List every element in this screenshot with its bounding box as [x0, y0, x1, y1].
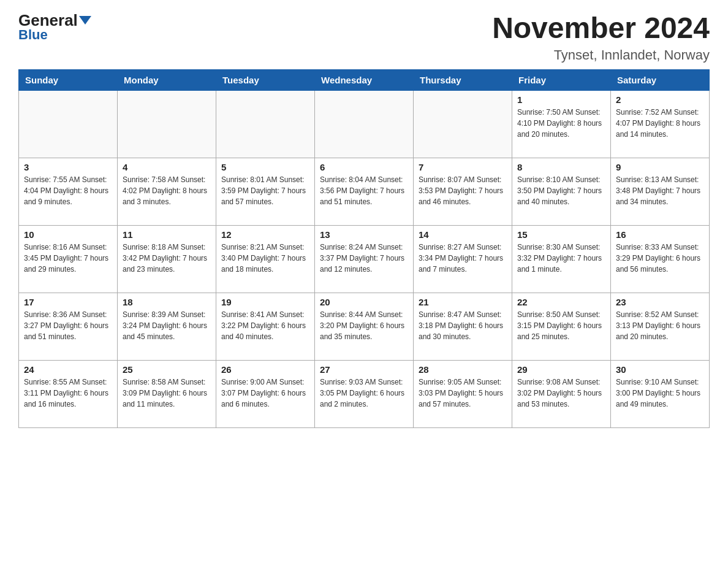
calendar-cell: [118, 90, 216, 158]
calendar-cell: 16Sunrise: 8:33 AM Sunset: 3:29 PM Dayli…: [611, 225, 710, 293]
day-number: 6: [320, 162, 408, 172]
logo-blue: Blue: [18, 27, 48, 43]
day-info: Sunrise: 9:03 AM Sunset: 3:05 PM Dayligh…: [320, 377, 408, 410]
day-info: Sunrise: 8:41 AM Sunset: 3:22 PM Dayligh…: [221, 309, 309, 342]
day-info: Sunrise: 7:50 AM Sunset: 4:10 PM Dayligh…: [517, 107, 605, 140]
logo-area: General Blue: [18, 12, 91, 43]
day-info: Sunrise: 7:55 AM Sunset: 4:04 PM Dayligh…: [24, 174, 112, 207]
calendar-cell: 28Sunrise: 9:05 AM Sunset: 3:03 PM Dayli…: [414, 360, 512, 427]
day-info: Sunrise: 8:01 AM Sunset: 3:59 PM Dayligh…: [221, 174, 309, 207]
day-number: 11: [123, 229, 211, 240]
day-info: Sunrise: 8:33 AM Sunset: 3:29 PM Dayligh…: [616, 242, 704, 275]
location-title: Tynset, Innlandet, Norway: [492, 47, 710, 63]
day-info: Sunrise: 8:24 AM Sunset: 3:37 PM Dayligh…: [320, 242, 408, 275]
day-number: 30: [616, 364, 704, 375]
calendar-cell: 3Sunrise: 7:55 AM Sunset: 4:04 PM Daylig…: [19, 158, 118, 225]
calendar-cell: 19Sunrise: 8:41 AM Sunset: 3:22 PM Dayli…: [216, 293, 315, 360]
calendar-table: SundayMondayTuesdayWednesdayThursdayFrid…: [18, 69, 710, 428]
day-number: 5: [221, 162, 309, 172]
calendar-cell: 2Sunrise: 7:52 AM Sunset: 4:07 PM Daylig…: [611, 90, 710, 158]
col-header-tuesday: Tuesday: [216, 69, 315, 90]
day-info: Sunrise: 8:36 AM Sunset: 3:27 PM Dayligh…: [24, 309, 112, 342]
day-number: 9: [616, 162, 704, 172]
day-number: 23: [616, 297, 704, 307]
day-number: 27: [320, 364, 408, 375]
day-info: Sunrise: 7:58 AM Sunset: 4:02 PM Dayligh…: [123, 174, 211, 207]
day-number: 18: [123, 297, 211, 307]
day-info: Sunrise: 8:10 AM Sunset: 3:50 PM Dayligh…: [517, 174, 605, 207]
day-info: Sunrise: 8:16 AM Sunset: 3:45 PM Dayligh…: [24, 242, 112, 275]
day-number: 16: [616, 229, 704, 240]
day-info: Sunrise: 8:21 AM Sunset: 3:40 PM Dayligh…: [221, 242, 309, 275]
calendar-cell: 24Sunrise: 8:55 AM Sunset: 3:11 PM Dayli…: [19, 360, 118, 427]
calendar-cell: 17Sunrise: 8:36 AM Sunset: 3:27 PM Dayli…: [19, 293, 118, 360]
calendar-week-row: 24Sunrise: 8:55 AM Sunset: 3:11 PM Dayli…: [19, 360, 710, 427]
month-title: November 2024: [492, 12, 710, 45]
day-info: Sunrise: 8:52 AM Sunset: 3:13 PM Dayligh…: [616, 309, 704, 342]
calendar-cell: [315, 90, 414, 158]
calendar-cell: 21Sunrise: 8:47 AM Sunset: 3:18 PM Dayli…: [414, 293, 512, 360]
day-info: Sunrise: 8:50 AM Sunset: 3:15 PM Dayligh…: [517, 309, 605, 342]
day-number: 13: [320, 229, 408, 240]
title-area: November 2024 Tynset, Innlandet, Norway: [492, 12, 710, 63]
day-number: 26: [221, 364, 309, 375]
day-info: Sunrise: 8:58 AM Sunset: 3:09 PM Dayligh…: [123, 377, 211, 410]
day-number: 24: [24, 364, 112, 375]
day-info: Sunrise: 9:00 AM Sunset: 3:07 PM Dayligh…: [221, 377, 309, 410]
col-header-sunday: Sunday: [19, 69, 118, 90]
calendar-cell: 30Sunrise: 9:10 AM Sunset: 3:00 PM Dayli…: [611, 360, 710, 427]
calendar-cell: 12Sunrise: 8:21 AM Sunset: 3:40 PM Dayli…: [216, 225, 315, 293]
day-info: Sunrise: 8:30 AM Sunset: 3:32 PM Dayligh…: [517, 242, 605, 275]
day-number: 15: [517, 229, 605, 240]
col-header-wednesday: Wednesday: [315, 69, 414, 90]
day-number: 19: [221, 297, 309, 307]
day-info: Sunrise: 8:44 AM Sunset: 3:20 PM Dayligh…: [320, 309, 408, 342]
calendar-cell: 15Sunrise: 8:30 AM Sunset: 3:32 PM Dayli…: [512, 225, 611, 293]
day-number: 25: [123, 364, 211, 375]
day-info: Sunrise: 8:39 AM Sunset: 3:24 PM Dayligh…: [123, 309, 211, 342]
col-header-friday: Friday: [512, 69, 611, 90]
day-number: 21: [419, 297, 507, 307]
logo-general: General: [18, 12, 91, 28]
day-number: 3: [24, 162, 112, 172]
calendar-cell: 13Sunrise: 8:24 AM Sunset: 3:37 PM Dayli…: [315, 225, 414, 293]
calendar-cell: 7Sunrise: 8:07 AM Sunset: 3:53 PM Daylig…: [414, 158, 512, 225]
calendar-cell: 5Sunrise: 8:01 AM Sunset: 3:59 PM Daylig…: [216, 158, 315, 225]
calendar-cell: [216, 90, 315, 158]
day-info: Sunrise: 8:07 AM Sunset: 3:53 PM Dayligh…: [419, 174, 507, 207]
calendar-cell: 27Sunrise: 9:03 AM Sunset: 3:05 PM Dayli…: [315, 360, 414, 427]
calendar-cell: [19, 90, 118, 158]
day-number: 12: [221, 229, 309, 240]
calendar-week-row: 3Sunrise: 7:55 AM Sunset: 4:04 PM Daylig…: [19, 158, 710, 225]
calendar-cell: 14Sunrise: 8:27 AM Sunset: 3:34 PM Dayli…: [414, 225, 512, 293]
calendar-cell: 9Sunrise: 8:13 AM Sunset: 3:48 PM Daylig…: [611, 158, 710, 225]
day-info: Sunrise: 7:52 AM Sunset: 4:07 PM Dayligh…: [616, 107, 704, 140]
day-number: 1: [517, 94, 605, 105]
col-header-saturday: Saturday: [611, 69, 710, 90]
calendar-cell: 1Sunrise: 7:50 AM Sunset: 4:10 PM Daylig…: [512, 90, 611, 158]
day-number: 2: [616, 94, 704, 105]
day-info: Sunrise: 8:13 AM Sunset: 3:48 PM Dayligh…: [616, 174, 704, 207]
calendar-cell: 29Sunrise: 9:08 AM Sunset: 3:02 PM Dayli…: [512, 360, 611, 427]
col-header-monday: Monday: [118, 69, 216, 90]
day-number: 14: [419, 229, 507, 240]
day-number: 20: [320, 297, 408, 307]
day-info: Sunrise: 8:04 AM Sunset: 3:56 PM Dayligh…: [320, 174, 408, 207]
calendar-cell: 26Sunrise: 9:00 AM Sunset: 3:07 PM Dayli…: [216, 360, 315, 427]
calendar-week-row: 10Sunrise: 8:16 AM Sunset: 3:45 PM Dayli…: [19, 225, 710, 293]
day-info: Sunrise: 8:55 AM Sunset: 3:11 PM Dayligh…: [24, 377, 112, 410]
calendar-cell: 18Sunrise: 8:39 AM Sunset: 3:24 PM Dayli…: [118, 293, 216, 360]
calendar-cell: 10Sunrise: 8:16 AM Sunset: 3:45 PM Dayli…: [19, 225, 118, 293]
calendar-cell: [414, 90, 512, 158]
day-info: Sunrise: 8:27 AM Sunset: 3:34 PM Dayligh…: [419, 242, 507, 275]
calendar-cell: 22Sunrise: 8:50 AM Sunset: 3:15 PM Dayli…: [512, 293, 611, 360]
day-info: Sunrise: 9:10 AM Sunset: 3:00 PM Dayligh…: [616, 377, 704, 410]
calendar-week-row: 1Sunrise: 7:50 AM Sunset: 4:10 PM Daylig…: [19, 90, 710, 158]
day-number: 28: [419, 364, 507, 375]
page-header: General Blue November 2024 Tynset, Innla…: [18, 12, 710, 63]
col-header-thursday: Thursday: [414, 69, 512, 90]
day-info: Sunrise: 8:18 AM Sunset: 3:42 PM Dayligh…: [123, 242, 211, 275]
calendar-week-row: 17Sunrise: 8:36 AM Sunset: 3:27 PM Dayli…: [19, 293, 710, 360]
calendar-cell: 11Sunrise: 8:18 AM Sunset: 3:42 PM Dayli…: [118, 225, 216, 293]
calendar-cell: 23Sunrise: 8:52 AM Sunset: 3:13 PM Dayli…: [611, 293, 710, 360]
